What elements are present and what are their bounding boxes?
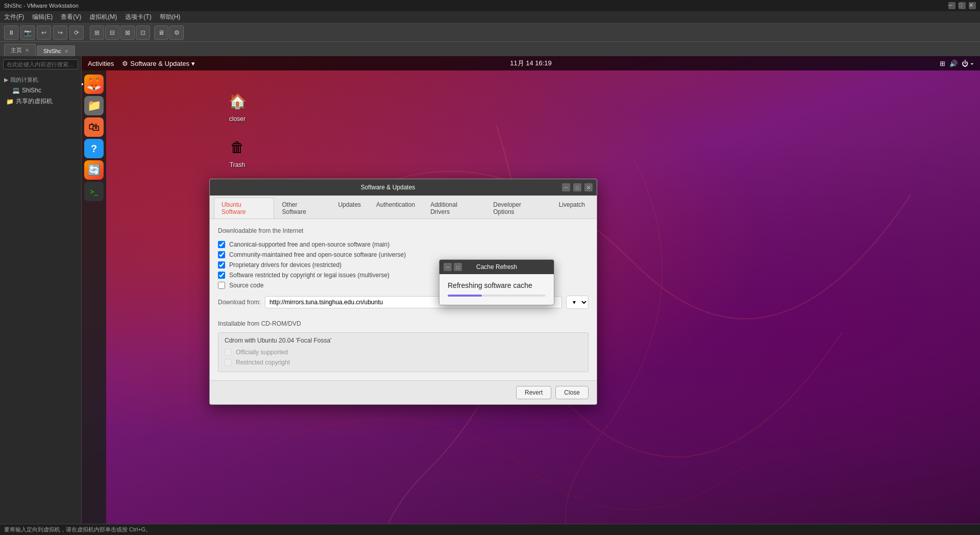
tab-vm-label: ShiShc	[43, 48, 61, 54]
tab-authentication[interactable]: Authentication	[369, 198, 423, 218]
sidebar-tree: ▶ 我的计算机 💻 ShiShc 📁 共享的虚拟机	[0, 72, 81, 109]
menu-tab[interactable]: 选项卡(T)	[125, 13, 151, 21]
close-button[interactable]: Close	[555, 386, 589, 399]
cdrom-label: Cdrom with Ubuntu 20.04 'Focal Fossa'	[225, 337, 582, 344]
cache-body: Refreshing software cache	[439, 274, 554, 305]
network-icon[interactable]: ⊞	[940, 60, 945, 67]
tab-authentication-label: Authentication	[376, 201, 415, 208]
minimize-button[interactable]: ─	[948, 2, 955, 9]
closer-icon: 🏠	[225, 89, 250, 113]
toolbar-view1-btn[interactable]: ⊞	[90, 26, 104, 40]
checkbox-multiverse-label: Software restricted by copyright or lega…	[229, 272, 389, 279]
panel-app-name[interactable]: ⚙ Software & Updates ▾	[122, 60, 195, 67]
vmware-bottombar: 要将输入定向到虚拟机，请在虚拟机内部单击或按 Ctrl+G。	[0, 524, 980, 535]
cache-title: Cache Refresh	[462, 263, 531, 271]
dock-appstore[interactable]: 🛍	[84, 117, 104, 137]
toolbar-back-btn[interactable]: ↩	[37, 26, 51, 40]
checkbox-universe-input[interactable]	[218, 251, 225, 258]
menu-file[interactable]: 文件(F)	[4, 13, 24, 21]
activities-button[interactable]: Activities	[88, 60, 114, 67]
checkbox-source-input[interactable]	[218, 282, 225, 289]
toolbar-pause-btn[interactable]: ⏸	[4, 26, 18, 40]
menu-vm[interactable]: 虚拟机(M)	[89, 13, 117, 21]
tab-additional-drivers[interactable]: Additional Drivers	[423, 198, 485, 218]
checkbox-cdrom-restricted-input[interactable]	[225, 359, 232, 366]
sidebar-item-shishc-label: ShiShc	[22, 87, 41, 94]
appstore-icon: 🛍	[88, 120, 100, 134]
checkbox-main-input[interactable]	[218, 241, 225, 248]
power-icon[interactable]: ⏻ ▾	[962, 60, 974, 67]
vmware-content: ▶ 我的计算机 💻 ShiShc 📁 共享的虚拟机	[0, 56, 980, 524]
tab-vm[interactable]: ShiShc ✕	[37, 45, 75, 56]
tab-livepatch[interactable]: Livepatch	[551, 198, 593, 218]
dialog-maximize-btn[interactable]: □	[573, 183, 581, 191]
tab-updates-label: Updates	[338, 201, 361, 208]
download-from-select[interactable]: ▾	[566, 296, 589, 309]
toolbar-restore-btn[interactable]: ⟳	[69, 26, 84, 40]
tab-developer-options[interactable]: Developer Options	[485, 198, 551, 218]
toolbar-view4-btn[interactable]: ⊡	[136, 26, 150, 40]
sw-dialog-tabs: Ubuntu Software Other Software Updates A…	[210, 196, 597, 219]
toolbar-view3-btn[interactable]: ⊠	[120, 26, 135, 40]
dock-help[interactable]: ?	[84, 139, 104, 158]
checkbox-cdrom-restricted: Restricted copyright	[225, 357, 582, 368]
checkbox-multiverse-input[interactable]	[218, 272, 225, 279]
dock-update[interactable]: 🔄	[84, 160, 104, 180]
close-button[interactable]: ✕	[969, 2, 976, 9]
sidebar-search-input[interactable]	[3, 59, 78, 69]
checkbox-cdrom-official-input[interactable]	[225, 349, 232, 356]
dialog-controls-right: ─ □ ✕	[562, 183, 593, 191]
cache-maximize-btn[interactable]: □	[454, 263, 462, 271]
cache-minimize-btn[interactable]: ─	[444, 263, 452, 271]
tab-vm-close[interactable]: ✕	[64, 48, 68, 54]
desktop-icon-closer[interactable]: 🏠 closer	[217, 87, 258, 125]
files-icon: 📁	[87, 99, 101, 112]
vmware-tab-bar: 主页 ✕ ShiShc ✕	[0, 42, 980, 56]
sidebar-item-shared-label: 共享的虚拟机	[16, 97, 53, 106]
vm-icon: 💻	[12, 87, 20, 94]
menu-view[interactable]: 查看(V)	[61, 13, 81, 21]
toolbar-screen-btn[interactable]: 🖥	[154, 26, 168, 40]
toolbar-view2-btn[interactable]: ⊟	[105, 26, 119, 40]
sidebar-item-shared[interactable]: 📁 共享的虚拟机	[2, 95, 79, 107]
tab-ubuntu-software[interactable]: Ubuntu Software	[214, 198, 274, 218]
volume-icon[interactable]: 🔊	[949, 60, 958, 67]
menu-edit[interactable]: 编辑(E)	[32, 13, 53, 21]
checkbox-restricted-label: Proprietary drivers for devices (restric…	[229, 261, 341, 269]
update-icon: 🔄	[88, 164, 101, 176]
vmware-titlebar: ShiShc - VMware Workstation ─ □ ✕	[0, 0, 980, 11]
panel-left: Activities ⚙ Software & Updates ▾	[88, 60, 195, 67]
toolbar-snapshot-btn[interactable]: 📷	[20, 26, 35, 40]
terminal-icon: >_	[90, 188, 98, 196]
sidebar-section-mypc: ▶ 我的计算机	[2, 75, 79, 85]
tab-other-software[interactable]: Other Software	[274, 198, 330, 218]
toolbar-settings-btn[interactable]: ⚙	[169, 26, 184, 40]
tab-home[interactable]: 主页 ✕	[4, 44, 36, 56]
vm-display[interactable]: Activities ⚙ Software & Updates ▾ 11月 14…	[82, 56, 980, 524]
chevron-down-icon: ▾	[191, 60, 195, 67]
app-icon: ⚙	[122, 60, 128, 67]
maximize-button[interactable]: □	[959, 2, 966, 9]
tab-livepatch-label: Livepatch	[559, 201, 585, 208]
dialog-close-btn[interactable]: ✕	[584, 183, 593, 191]
tab-home-close[interactable]: ✕	[25, 47, 29, 53]
download-from-label: Download from:	[218, 299, 261, 306]
dock-firefox[interactable]: 🦊	[84, 75, 104, 94]
menu-help[interactable]: 帮助(H)	[160, 13, 181, 21]
panel-app-label: Software & Updates	[130, 60, 189, 67]
tab-updates[interactable]: Updates	[330, 198, 369, 218]
cache-titlebar: ─ □ Cache Refresh	[439, 260, 554, 274]
sw-dialog-footer: Revert Close	[210, 380, 597, 404]
my-computer-label: 我的计算机	[10, 76, 38, 84]
checkbox-source-label: Source code	[229, 282, 263, 289]
tab-home-label: 主页	[11, 46, 22, 54]
sidebar-item-shishc[interactable]: 💻 ShiShc	[2, 85, 79, 95]
dock-terminal[interactable]: >_	[84, 182, 104, 201]
revert-button[interactable]: Revert	[516, 386, 551, 399]
desktop-icon-trash[interactable]: 🗑 Trash	[217, 133, 258, 171]
dialog-minimize-btn[interactable]: ─	[562, 183, 570, 191]
checkbox-restricted-input[interactable]	[218, 261, 225, 269]
dock-files[interactable]: 📁	[84, 96, 104, 115]
cache-controls: ─ □	[444, 263, 462, 271]
toolbar-forward-btn[interactable]: ↪	[53, 26, 67, 40]
